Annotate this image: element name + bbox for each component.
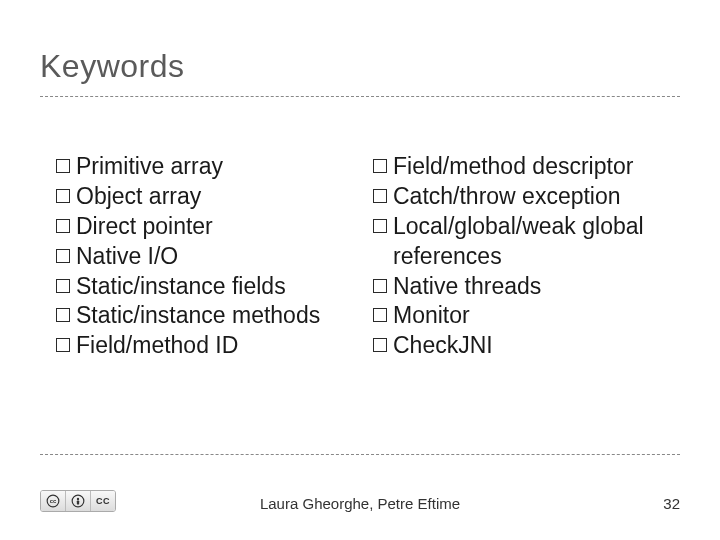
list-item: Local/global/weak global references [373, 212, 680, 272]
content-area: Primitive arrayObject arrayDirect pointe… [56, 152, 680, 361]
list-item: Static/instance fields [56, 272, 363, 302]
square-bullet-icon [373, 308, 387, 322]
title-divider [40, 96, 680, 97]
list-item-label: Catch/throw exception [393, 182, 621, 212]
square-bullet-icon [56, 279, 70, 293]
square-bullet-icon [373, 189, 387, 203]
square-bullet-icon [56, 338, 70, 352]
list-item: Catch/throw exception [373, 182, 680, 212]
list-item-label: Local/global/weak global references [393, 212, 680, 272]
list-item: Native threads [373, 272, 680, 302]
page-number: 32 [663, 495, 680, 512]
square-bullet-icon [373, 279, 387, 293]
square-bullet-icon [373, 219, 387, 233]
list-item-label: Direct pointer [76, 212, 213, 242]
right-column: Field/method descriptorCatch/throw excep… [373, 152, 680, 361]
list-item-label: CheckJNI [393, 331, 493, 361]
list-item: Monitor [373, 301, 680, 331]
square-bullet-icon [56, 159, 70, 173]
list-item-label: Native threads [393, 272, 541, 302]
list-item: Direct pointer [56, 212, 363, 242]
list-item: Primitive array [56, 152, 363, 182]
square-bullet-icon [373, 338, 387, 352]
square-bullet-icon [56, 189, 70, 203]
square-bullet-icon [56, 249, 70, 263]
square-bullet-icon [56, 219, 70, 233]
list-item: Object array [56, 182, 363, 212]
list-item: Field/method descriptor [373, 152, 680, 182]
list-item-label: Monitor [393, 301, 470, 331]
slide: Keywords Primitive arrayObject arrayDire… [0, 0, 720, 540]
list-item-label: Native I/O [76, 242, 178, 272]
square-bullet-icon [373, 159, 387, 173]
list-item-label: Field/method ID [76, 331, 238, 361]
list-item-label: Primitive array [76, 152, 223, 182]
footer-authors: Laura Gheorghe, Petre Eftime [0, 495, 720, 512]
slide-title: Keywords [40, 48, 185, 85]
square-bullet-icon [56, 308, 70, 322]
list-item-label: Field/method descriptor [393, 152, 633, 182]
list-item: Native I/O [56, 242, 363, 272]
list-item: CheckJNI [373, 331, 680, 361]
list-item: Static/instance methods [56, 301, 363, 331]
left-column: Primitive arrayObject arrayDirect pointe… [56, 152, 363, 361]
list-item-label: Object array [76, 182, 201, 212]
footer-divider [40, 454, 680, 455]
list-item-label: Static/instance fields [76, 272, 286, 302]
list-item-label: Static/instance methods [76, 301, 320, 331]
list-item: Field/method ID [56, 331, 363, 361]
